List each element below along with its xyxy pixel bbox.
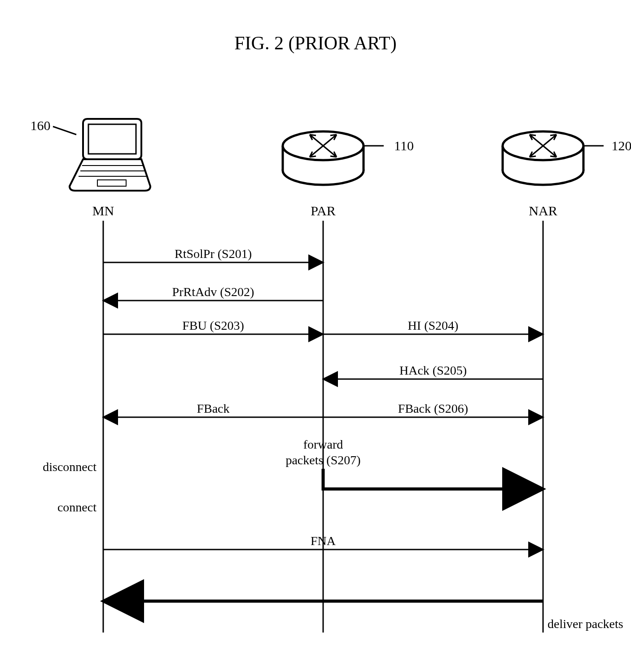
event-connect: connect <box>57 500 96 514</box>
event-disconnect: disconnect <box>43 460 96 474</box>
msg-fna: FNA <box>311 534 336 548</box>
ref-par: 110 <box>394 138 414 153</box>
msg-fback-left: FBack <box>197 401 229 415</box>
arrow-forward-packets <box>323 469 543 489</box>
msg-hack: HAck (S205) <box>399 363 467 377</box>
ref-nar: 120 <box>612 138 631 153</box>
msg-deliver-packets: deliver packets <box>548 617 623 631</box>
ref-mn: 160 <box>31 118 51 133</box>
msg-forward-a: forward <box>303 437 343 451</box>
sequence-diagram: FIG. 2 (PRIOR ART) 160 MN 110 PAR <box>0 0 631 672</box>
msg-hi: HI (S204) <box>408 319 459 332</box>
svg-line-5 <box>53 127 76 135</box>
svg-rect-4 <box>97 180 126 186</box>
msg-forward-b: packets (S207) <box>285 453 360 467</box>
msg-fbu: FBU (S203) <box>182 319 244 332</box>
msg-fback-right: FBack (S206) <box>398 401 468 415</box>
figure-title: FIG. 2 (PRIOR ART) <box>234 33 397 54</box>
label-par: PAR <box>311 203 336 218</box>
msg-rtsolpr: RtSolPr (S201) <box>175 247 252 261</box>
label-nar: NAR <box>529 203 557 218</box>
label-mn: MN <box>92 203 114 218</box>
msg-prrtadv: PrRtAdv (S202) <box>172 285 254 299</box>
svg-rect-0 <box>88 124 136 154</box>
router-icon-par <box>283 131 364 185</box>
laptop-icon <box>70 119 150 191</box>
router-icon-nar <box>503 131 583 185</box>
